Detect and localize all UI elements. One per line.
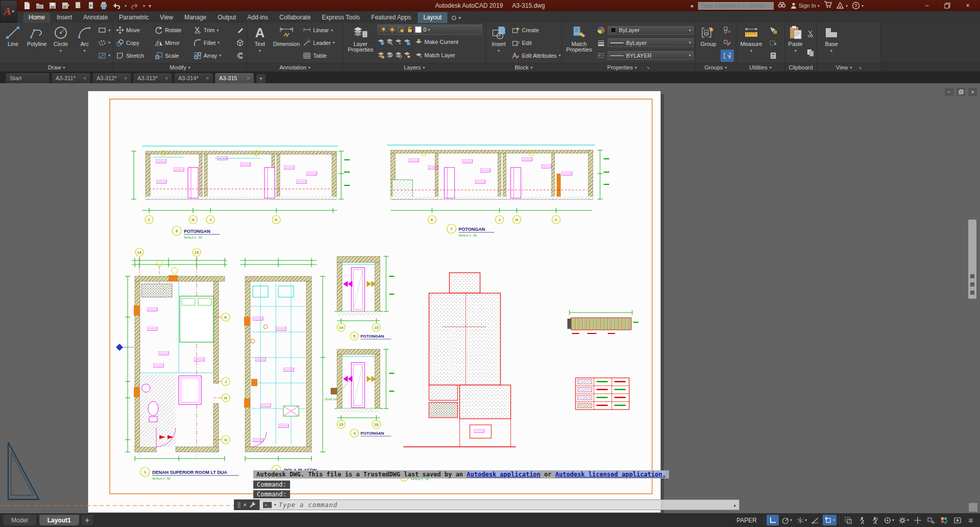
undo-button[interactable] [112,2,121,10]
ribbon-tab-layout[interactable]: Layout [418,12,447,23]
panel-label-block[interactable]: Block▾ [486,63,561,71]
drawing-restore-button[interactable] [957,88,965,96]
ungroup-button[interactable] [721,24,734,36]
trim-button[interactable]: Trim▾ [193,24,234,36]
explode-button[interactable] [235,37,245,49]
file-tab-start[interactable]: Start [5,73,50,83]
edit-block-button[interactable]: Edit [511,37,560,49]
a360-icon[interactable]: ▾ [836,2,848,10]
paper-space-toggle[interactable]: PAPER [732,515,761,525]
panel-label-clipboard[interactable]: Clipboard [785,63,817,71]
match-properties-button[interactable]: Match Properties [563,24,595,62]
search-input[interactable] [698,2,774,10]
drawing-close-button[interactable]: × [968,88,977,96]
redo-button[interactable] [130,2,139,10]
file-tab-a3-315[interactable]: A3-315× [214,73,254,83]
properties-dialog-launcher[interactable]: ↘ [646,65,650,70]
panel-label-annotation[interactable]: Annotation▾ [247,63,343,71]
redo-caret-icon[interactable]: ▾ [143,4,145,8]
drawing-minimize-button[interactable]: − [945,88,953,96]
lineweight-icon[interactable] [596,37,607,49]
file-tab-a3-314[interactable]: A3-314*× [174,73,213,83]
file-tab-a3-312[interactable]: A3-312*× [92,73,132,83]
dimension-button[interactable]: Dimension [272,24,301,62]
customization-menu-button[interactable]: ≡ [965,515,977,525]
save-as-button[interactable] [61,2,70,10]
scale-button[interactable]: Scale [154,50,192,62]
line-button[interactable]: Line [2,24,25,62]
ribbon-tab-collaborate[interactable]: Collaborate [274,12,316,23]
object-snap-button[interactable]: ▾ [823,515,836,525]
ribbon-tab-featured-apps[interactable]: Featured Apps [366,12,417,23]
layout1-tab[interactable]: Layout1 [39,515,79,525]
save-button[interactable] [48,2,57,10]
clean-screen-button[interactable] [951,515,964,525]
erase-button[interactable] [235,24,245,36]
ribbon-tab-annotate[interactable]: Annotate [78,12,113,23]
ribbon-tab-output[interactable]: Output [212,12,242,23]
file-tab-a3-311[interactable]: A3-311*× [51,73,91,83]
minimize-button[interactable]: − [917,1,937,11]
annotation-scale-button[interactable]: ▾ [882,515,896,525]
match-layer-button[interactable]: Match Layer [414,49,457,61]
panel-label-view[interactable]: View▾↘ [817,63,880,71]
drawing-canvas[interactable]: C H J K 6 POTONGAN SKALA 1 : 50 K J [0,83,980,513]
fillet-button[interactable]: Fillet▾ [193,37,234,49]
move-button[interactable]: Move [115,24,153,36]
sign-in-button[interactable]: Sign In ▾ [790,2,820,9]
recent-commands-caret-icon[interactable]: ▾ [274,502,276,507]
help-button[interactable]: ?▾ [852,2,864,10]
undo-caret-icon[interactable]: ▾ [125,4,127,8]
isometric-drafting-button[interactable]: ▾ [795,515,808,525]
command-bar[interactable]: × >_ ▾ Type a command ▴ [234,499,739,510]
rotate-button[interactable]: Rotate [154,24,192,36]
group-edit-button[interactable] [721,37,734,49]
linear-dimension-button[interactable]: Linear▾ [302,24,341,36]
panel-label-modify[interactable]: Modify▾ [113,63,247,71]
object-color-select[interactable]: ByLayer▾ [608,26,694,35]
isolate-objects-button[interactable] [925,515,937,525]
selection-cycling-button[interactable] [842,515,854,525]
panel-label-utilities[interactable]: Utilities▾ [736,63,784,71]
search-binoculars-icon[interactable] [778,1,786,11]
mirror-button[interactable]: Mirror [154,37,192,49]
autodesk-licensed-link[interactable]: Autodesk licensed application. [555,471,666,478]
close-tab-icon[interactable]: × [124,76,127,81]
ribbon-tab-view[interactable]: View [154,12,179,23]
stretch-button[interactable]: Stretch [115,50,153,62]
ribbon-tab-home[interactable]: Home [22,12,51,23]
navigation-bar[interactable] [968,220,976,299]
print-button[interactable] [99,2,108,10]
wrench-icon[interactable] [249,501,256,508]
close-tab-icon[interactable]: × [206,76,209,81]
rectangle-tool-button[interactable]: ▾ [97,24,111,36]
close-button[interactable]: × [958,1,978,11]
ribbon-tab-express-tools[interactable]: Express Tools [316,12,365,23]
close-tab-icon[interactable]: × [165,76,168,81]
measure-button[interactable]: Measure▾ [738,24,764,62]
close-command-bar-icon[interactable]: × [243,501,247,509]
workspace-switching-button[interactable]: ▾ [897,515,911,525]
file-tab-a3-313[interactable]: A3-313*× [133,73,173,83]
command-history-expand-icon[interactable]: ▴ [733,502,736,508]
offset-button[interactable] [235,50,245,62]
restore-button[interactable] [937,1,958,11]
group-selection-toggle[interactable] [721,50,734,62]
open-folder-button[interactable] [35,2,44,10]
search-toggle-icon[interactable]: ▸ [691,3,694,9]
qat-customize-button[interactable]: ▾ [149,3,151,9]
panel-label-layers[interactable]: Layers▾ [343,63,486,71]
ellipse-tool-button[interactable]: ▾ [97,37,111,49]
new-drawing-tab-button[interactable]: + [256,74,266,83]
new-file-button[interactable] [22,2,32,10]
hardware-acceleration-button[interactable] [938,515,950,525]
circle-button[interactable]: Circle▾ [50,24,73,62]
hatch-tool-button[interactable]: ▾ [97,50,111,62]
insert-block-button[interactable]: Insert▾ [488,24,510,62]
table-button[interactable]: Table [302,50,341,62]
edit-attributes-button[interactable]: Edit Attributes▾ [511,50,560,62]
ortho-mode-button[interactable] [767,515,779,525]
array-button[interactable]: Array▾ [193,50,234,62]
arc-button[interactable]: Arc▾ [73,24,96,62]
publish-button[interactable] [86,2,95,10]
